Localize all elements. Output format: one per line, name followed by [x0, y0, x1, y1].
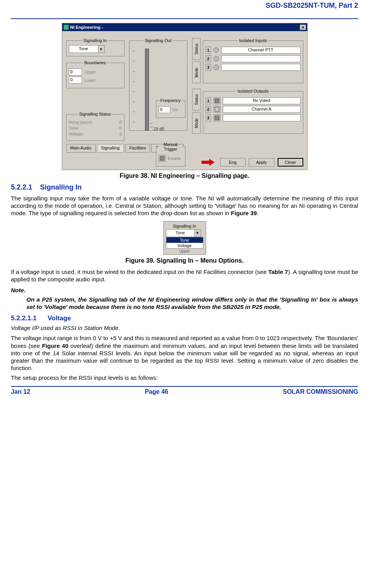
status-side-tab[interactable]: Status: [192, 38, 201, 60]
iso-input-text[interactable]: [221, 55, 301, 62]
meter-tick: [150, 127, 153, 127]
iso-output-text[interactable]: [223, 114, 301, 121]
tab-main-audio[interactable]: Main Audio: [66, 144, 96, 153]
signalling-status-group: Signalling Status Hang (secs): 0 Tone: 0…: [66, 112, 124, 141]
text: The signalling input may take the form o…: [11, 195, 358, 216]
iso-output-num[interactable]: 1: [206, 97, 211, 104]
iso-output-text[interactable]: Channel A: [223, 106, 301, 113]
note-body: On a P25 system, the Signalling tab of t…: [26, 296, 358, 311]
doc-header: SGD-SB2025NT-TUM, Part 2: [11, 2, 358, 10]
footer-page: Page 46: [145, 388, 168, 395]
iso-output-check[interactable]: [213, 114, 220, 121]
para-after-fig39: If a voltage input is used, it must be w…: [11, 268, 358, 283]
isolated-inputs-legend: Isolated Inputs: [238, 38, 268, 43]
window-title: NI Engineering -: [70, 25, 103, 30]
iso-input-num[interactable]: 1: [206, 47, 211, 54]
frequency-group: Frequency 0 Hz: [156, 98, 185, 118]
footer-section: SOLAR COMMISSIONING: [283, 388, 358, 395]
footer: Jan 12 Page 46 SOLAR COMMISSIONING: [11, 388, 358, 395]
iso-output-row: 3: [206, 114, 301, 121]
para-52211-1: The voltage input range is from 0 V to +…: [11, 334, 358, 372]
fig39-option-tone[interactable]: Tone: [166, 237, 203, 243]
fig39-combo: Signalling In Tone ▾ Tone Voltage Upper: [163, 221, 206, 255]
meter-label: -28 dB: [153, 127, 164, 131]
hang-label: Hang (secs):: [69, 120, 93, 125]
signalling-out-legend: Signalling Out: [143, 38, 173, 43]
frequency-input[interactable]: 0: [159, 106, 170, 113]
mode-side-tab[interactable]: Mode: [192, 61, 201, 83]
heading-title: Voltage: [48, 314, 71, 322]
status-dot-icon: [213, 65, 219, 70]
status-side-tab[interactable]: Status: [192, 89, 201, 111]
titlebar: NI Engineering - ✕: [62, 23, 307, 31]
iso-input-num[interactable]: 2: [206, 55, 211, 62]
iso-input-row: 2: [206, 55, 301, 62]
figure-39: Signalling In Tone ▾ Tone Voltage Upper: [11, 221, 358, 255]
fig39-ref: Figure 39: [231, 210, 257, 216]
boundaries-legend: Boundaries: [83, 60, 107, 65]
iso-output-row: 2 Channel A: [206, 106, 301, 113]
close-button[interactable]: Close: [278, 158, 303, 167]
iso-input-text[interactable]: [221, 64, 301, 71]
manual-trigger-legend: Manual Trigger: [159, 142, 183, 151]
tab-signalling[interactable]: Signalling: [97, 144, 124, 153]
iso-output-check[interactable]: [213, 106, 220, 113]
tone-label: Tone:: [69, 126, 79, 130]
footer-date: Jan 12: [11, 388, 30, 395]
iso-output-row: 1 Rx Voted: [206, 97, 301, 104]
top-rule: [11, 18, 358, 19]
heading-num: 5.2.2.1.1: [11, 314, 37, 322]
fig39-combo-field[interactable]: Tone ▾: [166, 229, 201, 237]
iso-output-check[interactable]: [213, 97, 220, 104]
manual-trigger-checkbox[interactable]: [159, 155, 166, 162]
tab-facilities[interactable]: Facilities: [125, 144, 150, 153]
text: If a voltage input is used, it must be w…: [11, 269, 268, 275]
apply-button[interactable]: Apply: [249, 158, 275, 167]
boundaries-group: Boundaries 0 Upper 0 Lower: [66, 60, 124, 88]
isolated-outputs-legend: Isolated Outputs: [236, 89, 269, 93]
close-icon[interactable]: ✕: [300, 25, 306, 30]
manual-trigger-group: Manual Trigger Enable: [156, 142, 185, 167]
signalling-in-group: Signalling In Tone ▾: [66, 38, 124, 56]
fig39-option-voltage[interactable]: Voltage: [166, 243, 203, 248]
heading-52211: 5.2.2.1.1 Voltage: [11, 314, 358, 322]
note-label: Note.: [11, 287, 358, 293]
isolated-outputs-group: Isolated Outputs 1 Rx Voted 2 Channel A: [203, 89, 303, 134]
heading-num: 5.2.2.1: [11, 183, 32, 191]
figure-39-caption: Figure 39. Signalling In – Menu Options.: [11, 257, 358, 264]
signalling-status-legend: Signalling Status: [78, 112, 112, 116]
figure-38: NI Engineering - ✕ Signalling In Tone ▾: [11, 23, 358, 170]
fig39-lower-hint: Upper: [166, 249, 203, 255]
table7-ref: Table 7: [268, 269, 288, 275]
iso-input-text[interactable]: Channel PTT: [221, 47, 301, 54]
frequency-unit: Hz: [173, 107, 178, 112]
para-5221-1: The signalling input may take the form o…: [11, 195, 358, 217]
iso-input-row: 1 Channel PTT: [206, 47, 301, 54]
voltage-label: Voltage:: [69, 132, 84, 136]
signalling-in-legend: Signalling In: [82, 38, 108, 43]
fig39-list[interactable]: Tone Voltage: [166, 237, 203, 249]
iso-output-text[interactable]: Rx Voted: [223, 97, 301, 104]
status-dot-icon: [213, 47, 219, 53]
dash-column: --------: [133, 48, 135, 124]
text: .: [257, 210, 259, 216]
isolated-inputs-group: Isolated Inputs 1 Channel PTT 2: [203, 38, 303, 83]
iso-output-num[interactable]: 2: [206, 106, 211, 113]
boundary-upper-input[interactable]: 0: [69, 68, 82, 75]
chevron-down-icon[interactable]: ▾: [194, 230, 201, 237]
iso-input-row: 3: [206, 64, 301, 71]
hang-value: 0: [119, 120, 121, 125]
signalling-out-group: Signalling Out -------- -28 dB Frequency…: [129, 38, 187, 131]
iso-input-num[interactable]: 3: [206, 64, 211, 71]
signalling-in-value: Tone: [69, 46, 98, 53]
signalling-in-combo[interactable]: Tone ▾: [69, 45, 105, 53]
boundary-lower-input[interactable]: 0: [69, 77, 82, 84]
heading-title: Signalling In: [40, 183, 82, 191]
iso-output-num[interactable]: 3: [206, 114, 211, 121]
chevron-down-icon[interactable]: ▾: [98, 46, 104, 53]
eng-button[interactable]: Eng: [220, 158, 246, 167]
mode-side-tab[interactable]: Mode: [192, 112, 201, 134]
ni-engineering-window: NI Engineering - ✕ Signalling In Tone ▾: [62, 23, 308, 170]
frequency-legend: Frequency: [159, 98, 182, 103]
heading-5221: 5.2.2.1 Signalling In: [11, 183, 358, 191]
